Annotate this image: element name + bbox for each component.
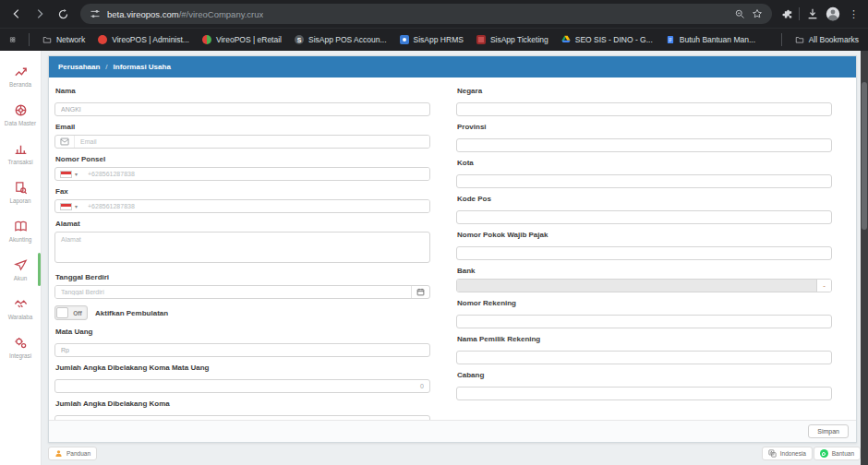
google-docs-favicon: [666, 35, 675, 44]
fax-input[interactable]: [82, 200, 429, 212]
sidebar-item-waralaba[interactable]: Waralaba: [0, 289, 41, 328]
calendar-icon: [416, 288, 425, 296]
kode-pos-input[interactable]: [456, 210, 832, 224]
sidebar-item-laporan[interactable]: Laporan: [0, 173, 41, 211]
bookmark-item-sisapp-hrms[interactable]: SisApp HRMS: [400, 35, 464, 44]
sidebar-item-label: Beranda: [9, 81, 31, 88]
menu-kebab-icon[interactable]: ⋮: [847, 9, 861, 19]
field-npwp: Nomor Pokok Wajib Pajak: [456, 231, 832, 260]
sidebar-item-label: Integrasi: [9, 352, 31, 359]
bank-clear-button[interactable]: -: [816, 280, 831, 292]
nama-input[interactable]: [54, 102, 430, 116]
field-nomor-rekening: Nomor Rekening: [456, 299, 832, 328]
bookmark-item-butuh-bantuan[interactable]: Butuh Bantuan Man...: [666, 35, 755, 44]
address-bar[interactable]: beta.vireopos.com/#/vireoCompany.crux: [80, 4, 772, 24]
cabang-input[interactable]: [456, 387, 832, 400]
phone-country-selector[interactable]: ▾: [55, 168, 82, 180]
desimal-mata-uang-input[interactable]: [54, 379, 430, 393]
person-icon: [54, 449, 63, 458]
sidebar-item-akunting[interactable]: Akunting: [0, 211, 41, 250]
bookmark-item-sisapp-ticketing[interactable]: SisApp Ticketing: [476, 35, 549, 44]
npwp-input[interactable]: [456, 246, 832, 260]
field-bank: Bank -: [456, 267, 832, 292]
bookmark-star-icon[interactable]: [752, 8, 763, 19]
scrollbar-thumb[interactable]: [862, 82, 867, 230]
provinsi-input[interactable]: [456, 138, 832, 152]
email-input[interactable]: [75, 136, 429, 148]
apps-grid-icon[interactable]: [9, 34, 16, 45]
nama-pemilik-rekening-input[interactable]: [456, 351, 832, 364]
tanggal-berdiri-input[interactable]: [55, 286, 411, 298]
main-content: Perusahaan / Informasi Usaha Nama Email: [42, 51, 861, 465]
vireopos-admin-favicon: [98, 35, 107, 44]
breadcrumb-parent[interactable]: Perusahaan: [58, 63, 100, 71]
sidebar-item-data-master[interactable]: Data Master: [0, 95, 41, 134]
language-button[interactable]: Indonesia: [762, 447, 813, 460]
bookmark-label: SEO SIS - DINO - G...: [575, 35, 653, 44]
field-fax: Fax ▾: [54, 187, 430, 213]
downloads-icon[interactable]: [806, 7, 819, 20]
breadcrumb-separator: /: [105, 63, 107, 71]
field-kode-pos: Kode Pos: [456, 195, 832, 224]
sidebar-item-label: Waralaba: [8, 314, 33, 320]
email-label: Email: [55, 123, 430, 131]
folder-icon: [795, 35, 804, 44]
url-domain: beta.vireopos.com: [107, 9, 179, 19]
profile-avatar[interactable]: [826, 6, 840, 21]
sidebar: Beranda Data Master Transaksi Laporan Ak…: [0, 51, 42, 465]
sidebar-item-beranda[interactable]: Beranda: [0, 56, 41, 95]
sidebar-item-label: Data Master: [5, 120, 36, 126]
browser-toolbar: beta.vireopos.com/#/vireoCompany.crux ⋮: [0, 0, 868, 28]
fax-country-selector[interactable]: ▾: [55, 200, 82, 212]
pembulatan-toggle[interactable]: Off: [54, 305, 88, 320]
field-desimal-mata-uang: Jumlah Angka Dibelakang Koma Mata Uang: [54, 364, 430, 393]
sidebar-item-transaksi[interactable]: Transaksi: [0, 134, 41, 173]
forward-button[interactable]: [30, 5, 49, 23]
negara-input[interactable]: [456, 102, 832, 116]
sisapp-hrms-favicon: [400, 35, 409, 44]
all-bookmarks-button[interactable]: All Bookmarks: [795, 35, 859, 44]
bank-input: [457, 280, 816, 292]
bookmark-item-seo-sis[interactable]: SEO SIS - DINO - G...: [561, 35, 653, 44]
alamat-textarea[interactable]: [54, 232, 430, 263]
bookmark-item-vireopos-eretail[interactable]: VireoPOS | eRetail: [202, 35, 282, 44]
nomor-rekening-input[interactable]: [456, 315, 832, 328]
bookmark-label: Butuh Bantuan Man...: [680, 35, 755, 44]
save-button[interactable]: Simpan: [808, 424, 849, 438]
negara-label: Negara: [457, 87, 832, 95]
guide-button[interactable]: Panduan: [48, 447, 97, 460]
bookmark-item-sisapp-pos[interactable]: S SisApp POS Accoun...: [295, 35, 387, 44]
fax-label: Fax: [55, 187, 430, 196]
cabang-label: Cabang: [457, 371, 832, 379]
sisapp-pos-favicon: S: [295, 35, 304, 44]
zoom-icon[interactable]: [734, 8, 745, 19]
active-indicator: [38, 253, 41, 286]
mata-uang-input[interactable]: [54, 343, 430, 357]
sidebar-item-integrasi[interactable]: Integrasi: [0, 328, 41, 366]
kode-pos-label: Kode Pos: [457, 195, 832, 203]
breadcrumb-current: Informasi Usaha: [114, 63, 171, 71]
calendar-button[interactable]: [411, 286, 429, 298]
page-scrollbar[interactable]: [861, 51, 868, 465]
back-button[interactable]: [7, 5, 26, 23]
bookmark-item-network[interactable]: Network: [42, 35, 85, 44]
alamat-label: Alamat: [55, 220, 430, 228]
sidebar-item-akun[interactable]: Akun: [0, 250, 41, 289]
breadcrumb: Perusahaan / Informasi Usaha: [49, 56, 856, 78]
bookmarks-bar: Network VireoPOS | Administ... VireoPOS …: [0, 28, 868, 51]
help-button[interactable]: Bantuan: [814, 447, 861, 460]
field-nama-pemilik-rekening: Nama Pemilik Rekening: [456, 335, 832, 364]
bookmark-item-vireopos-admin[interactable]: VireoPOS | Administ...: [98, 35, 189, 44]
nomor-ponsel-input[interactable]: [82, 168, 429, 180]
field-email: Email: [54, 123, 430, 149]
guide-label: Panduan: [66, 450, 90, 457]
envelope-icon: [55, 136, 75, 148]
site-info-icon[interactable]: [90, 8, 101, 19]
bookmark-label: Network: [56, 35, 85, 44]
extensions-icon[interactable]: [780, 8, 792, 20]
sidebar-item-label: Transaksi: [7, 159, 32, 165]
reload-button[interactable]: [54, 5, 72, 23]
bookmark-label: SisApp Ticketing: [490, 35, 549, 44]
kota-input[interactable]: [456, 174, 832, 188]
open-book-icon: [14, 220, 28, 233]
